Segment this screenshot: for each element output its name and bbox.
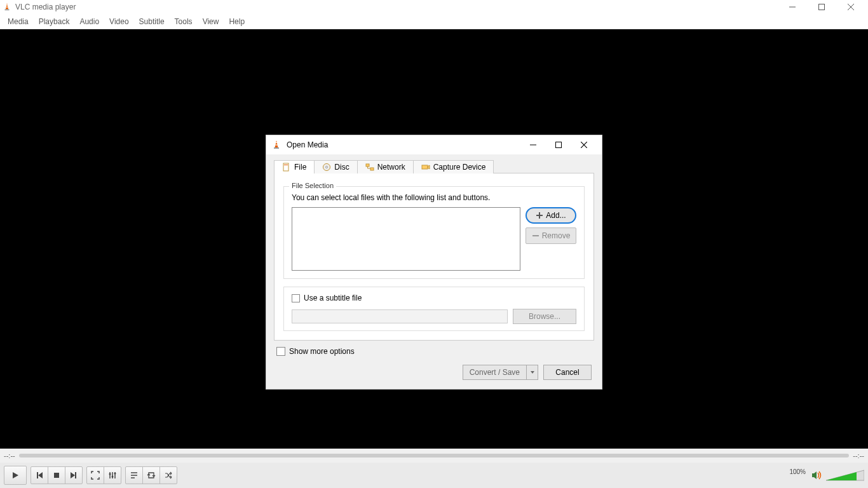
file-selection-fieldset: File Selection You can select local file…: [283, 186, 585, 279]
window-maximize-button[interactable]: [807, 0, 836, 14]
file-selection-legend: File Selection: [289, 182, 336, 189]
network-icon: [365, 163, 374, 172]
open-media-dialog: Open Media File Disc Network: [266, 135, 602, 390]
previous-button[interactable]: [31, 466, 48, 484]
cancel-button[interactable]: Cancel: [543, 365, 592, 380]
svg-rect-1: [6, 5, 8, 6]
svg-point-18: [114, 473, 116, 475]
capture-icon: [421, 163, 430, 172]
stop-button[interactable]: [48, 466, 65, 484]
vlc-cone-icon: [271, 140, 281, 150]
tab-file[interactable]: File: [274, 160, 315, 173]
add-label: Add...: [546, 211, 566, 220]
convert-save-dropdown[interactable]: [527, 365, 538, 380]
elapsed-time: --:--: [4, 452, 15, 459]
cancel-label: Cancel: [555, 368, 579, 377]
menu-view[interactable]: View: [198, 15, 224, 28]
file-icon: [282, 163, 291, 172]
svg-rect-3: [819, 4, 825, 10]
dialog-titlebar: Open Media: [266, 135, 602, 154]
seek-bar: --:-- --:--: [0, 449, 868, 463]
add-file-button[interactable]: Add...: [526, 207, 576, 224]
tab-network[interactable]: Network: [357, 160, 414, 173]
svg-rect-15: [54, 473, 59, 478]
fullscreen-button[interactable]: [86, 466, 104, 484]
volume-slider[interactable]: [826, 469, 864, 482]
tab-network-label: Network: [377, 163, 405, 172]
main-titlebar: VLC media player: [0, 0, 868, 14]
remove-label: Remove: [542, 231, 571, 240]
tab-disc-label: Disc: [334, 163, 349, 172]
playlist-button[interactable]: [125, 466, 143, 484]
dialog-maximize-button[interactable]: [546, 136, 571, 154]
menu-tools[interactable]: Tools: [170, 15, 198, 28]
menu-audio[interactable]: Audio: [74, 15, 104, 28]
menu-bar: Media Playback Audio Video Subtitle Tool…: [0, 14, 868, 29]
random-button[interactable]: [159, 466, 177, 484]
subtitle-group: Use a subtitle file Browse...: [283, 287, 585, 331]
svg-rect-5: [275, 142, 277, 143]
use-subtitle-checkbox[interactable]: [292, 294, 300, 302]
plus-icon: [536, 212, 543, 219]
vlc-cone-icon: [3, 3, 11, 11]
file-list[interactable]: [292, 207, 520, 271]
show-more-options-checkbox[interactable]: [276, 347, 285, 356]
dialog-close-button[interactable]: [571, 136, 597, 154]
remove-file-button[interactable]: Remove: [526, 227, 576, 244]
dialog-tabs: File Disc Network Capture Device: [274, 160, 594, 173]
svg-point-17: [112, 476, 114, 478]
minus-icon: [532, 232, 539, 240]
tab-disc[interactable]: Disc: [314, 160, 357, 173]
svg-rect-6: [275, 145, 278, 146]
browse-label: Browse...: [529, 312, 560, 321]
window-minimize-button[interactable]: [778, 0, 807, 14]
svg-rect-7: [556, 142, 562, 148]
dialog-title: Open Media: [287, 140, 328, 149]
dialog-bottom: Show more options Convert / Save Cancel: [274, 341, 594, 384]
svg-rect-4: [274, 147, 279, 149]
svg-rect-12: [366, 164, 369, 166]
menu-playback[interactable]: Playback: [34, 15, 75, 28]
tab-file-label: File: [294, 163, 306, 172]
browse-subtitle-button[interactable]: Browse...: [513, 309, 576, 324]
menu-video[interactable]: Video: [104, 15, 133, 28]
menu-help[interactable]: Help: [224, 15, 250, 28]
convert-save-button[interactable]: Convert / Save: [463, 365, 538, 380]
svg-rect-9: [284, 165, 288, 165]
seek-track[interactable]: [19, 454, 850, 458]
dialog-minimize-button[interactable]: [520, 136, 546, 154]
use-subtitle-label: Use a subtitle file: [304, 294, 362, 302]
svg-rect-13: [370, 168, 374, 170]
tab-panel-file: File Selection You can select local file…: [274, 173, 594, 341]
disc-icon: [322, 163, 331, 172]
volume-label: 100%: [789, 468, 806, 475]
show-more-options-label: Show more options: [289, 347, 355, 356]
svg-rect-2: [6, 7, 8, 8]
file-selection-description: You can select local files with the foll…: [292, 193, 576, 202]
extended-settings-button[interactable]: [104, 466, 121, 484]
window-close-button[interactable]: [836, 0, 865, 14]
controls-bar: 100%: [0, 463, 868, 488]
svg-rect-8: [283, 163, 288, 171]
svg-point-16: [109, 473, 111, 475]
total-time: --:--: [853, 452, 864, 459]
convert-save-label: Convert / Save: [470, 368, 520, 377]
play-button[interactable]: [4, 466, 27, 485]
next-button[interactable]: [65, 466, 83, 484]
subtitle-path-input[interactable]: [292, 309, 508, 323]
svg-rect-0: [5, 10, 10, 11]
tab-capture-device[interactable]: Capture Device: [413, 160, 494, 173]
loop-button[interactable]: [142, 466, 160, 484]
main-window-title: VLC media player: [15, 3, 76, 11]
menu-media[interactable]: Media: [3, 15, 34, 28]
menu-subtitle[interactable]: Subtitle: [134, 15, 170, 28]
dialog-body: File Disc Network Capture Device File Se: [266, 154, 602, 389]
speaker-icon[interactable]: [811, 470, 822, 481]
svg-rect-14: [422, 165, 428, 169]
tab-capture-label: Capture Device: [433, 163, 486, 172]
svg-point-11: [326, 166, 328, 168]
video-area: Open Media File Disc Network: [0, 29, 868, 449]
